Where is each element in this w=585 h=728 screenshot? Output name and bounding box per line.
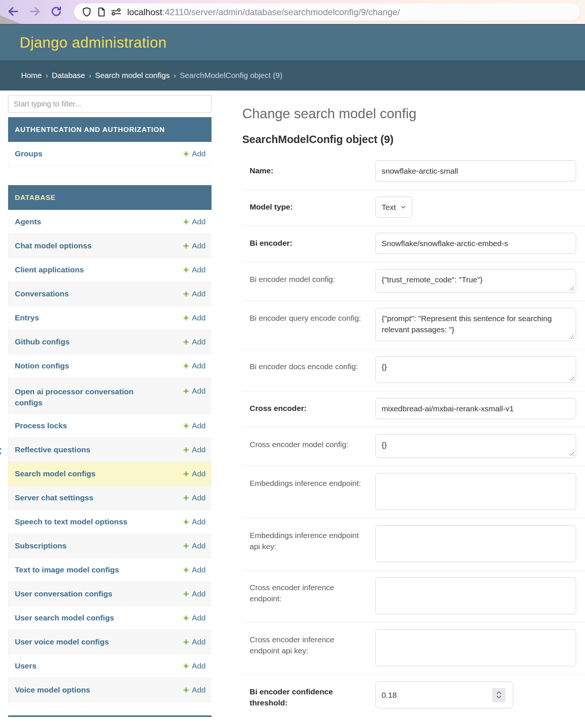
sidebar-model-link[interactable]: Server chat settingss xyxy=(15,492,93,503)
back-button[interactable] xyxy=(5,4,21,20)
page-icon[interactable] xyxy=(94,7,109,18)
plus-icon: + xyxy=(183,265,189,275)
form-row-bi-encoder: Bi encoder: Snowflake/snowflake-arctic-e… xyxy=(242,226,585,262)
add-label: Add xyxy=(192,217,206,226)
sidebar-model-link[interactable]: Process locks xyxy=(15,420,67,431)
add-label: Add xyxy=(192,565,206,574)
sidebar-add-link[interactable]: + Add xyxy=(183,361,206,371)
refresh-icon xyxy=(50,6,62,19)
sidebar-model-link[interactable]: Open ai processor conversation configs xyxy=(15,386,148,409)
shield-icon[interactable] xyxy=(79,7,94,18)
sidebar-model-link[interactable]: Client applications xyxy=(15,264,84,275)
sidebar-add-link[interactable]: + Add xyxy=(183,217,206,227)
number-stepper[interactable] xyxy=(492,688,505,702)
sidebar-add-link[interactable]: + Add xyxy=(183,565,206,575)
textarea-value: {} xyxy=(382,440,387,449)
sidebar-toggle-button[interactable]: ‹ xyxy=(0,443,2,457)
model-type-select[interactable]: Text xyxy=(375,197,412,218)
resize-handle-icon[interactable] xyxy=(568,285,574,290)
main-content: Change search model config SearchModelCo… xyxy=(242,91,585,717)
breadcrumb-link[interactable]: Search model configs xyxy=(95,71,170,80)
plus-icon: + xyxy=(183,421,189,431)
resize-handle-icon[interactable] xyxy=(568,450,574,456)
sidebar-add-link[interactable]: + Add xyxy=(183,149,206,159)
add-label: Add xyxy=(192,541,206,550)
sidebar-add-link[interactable]: + Add xyxy=(183,313,206,323)
sidebar-model-link[interactable]: Notion configs xyxy=(15,360,69,371)
breadcrumb-link[interactable]: Home xyxy=(21,71,42,80)
sidebar-model-link[interactable]: Groups xyxy=(15,148,43,159)
sidebar-add-link[interactable]: + Add xyxy=(183,589,206,599)
sidebar-add-link[interactable]: + Add xyxy=(183,661,206,671)
sidebar-add-link[interactable]: + Add xyxy=(183,613,206,623)
sidebar-model-link[interactable]: Chat model optionss xyxy=(15,240,92,251)
sidebar-add-link[interactable]: + Add xyxy=(183,445,206,455)
sidebar-model-link[interactable]: User conversation configs xyxy=(15,588,112,599)
text-input[interactable] xyxy=(375,577,576,614)
sidebar-model-link[interactable]: Voice model options xyxy=(15,684,90,695)
sidebar-model-link[interactable]: Reflective questions xyxy=(15,444,90,455)
sidebar-add-link[interactable]: + Add xyxy=(183,637,206,647)
number-input[interactable]: 0.18 xyxy=(375,681,513,708)
sidebar-add-link[interactable]: + Add xyxy=(183,386,206,396)
breadcrumb-link[interactable]: Database xyxy=(52,71,85,80)
resize-handle-icon[interactable] xyxy=(568,333,574,339)
sidebar-model-link[interactable]: Agents xyxy=(15,216,41,227)
sidebar-item-user-conversation-configs: User conversation configs + Add xyxy=(8,582,212,606)
sidebar-add-link[interactable]: + Add xyxy=(183,493,206,503)
text-input[interactable] xyxy=(375,525,576,562)
textarea-value: {} xyxy=(382,363,387,371)
field-label: Name: xyxy=(250,160,375,181)
text-input[interactable]: Snowflake/snowflake-arctic-embed-s xyxy=(375,233,576,254)
sidebar-model-link[interactable]: Entrys xyxy=(15,312,39,323)
sidebar-item-subscriptions: Subscriptions + Add xyxy=(8,534,212,558)
sidebar-model-link[interactable]: Users xyxy=(15,660,36,671)
text-input[interactable]: mixedbread-ai/mxbai-rerank-xsmall-v1 xyxy=(375,398,576,419)
add-label: Add xyxy=(192,493,206,502)
text-input[interactable]: snowflake-arctic-small xyxy=(375,160,576,181)
form-row-model-type: Model type: Text xyxy=(242,190,585,226)
add-label: Add xyxy=(192,361,206,370)
text-input[interactable] xyxy=(375,473,576,510)
form-row-name: Name: snowflake-arctic-small xyxy=(242,146,585,190)
sidebar-add-link[interactable]: + Add xyxy=(183,265,206,275)
form-row-cross-encoder-model-config: Cross encoder model config: {} xyxy=(242,427,585,466)
sidebar-add-link[interactable]: + Add xyxy=(183,421,206,431)
sidebar-model-link[interactable]: Subscriptions xyxy=(15,540,67,551)
config-textarea[interactable]: {"trust_remote_code": "True"} xyxy=(375,269,576,293)
sidebar-add-link[interactable]: + Add xyxy=(183,241,206,251)
text-input[interactable] xyxy=(375,629,576,666)
sidebar-add-link[interactable]: + Add xyxy=(183,337,206,347)
plus-icon: + xyxy=(183,337,189,347)
config-textarea[interactable]: {"prompt": "Represent this sentence for … xyxy=(375,308,576,341)
sidebar-model-link[interactable]: User voice model configs xyxy=(15,636,109,647)
sidebar-model-link[interactable]: Conversations xyxy=(15,288,69,299)
config-textarea[interactable]: {} xyxy=(375,434,576,458)
sidebar-add-link[interactable]: + Add xyxy=(183,469,206,479)
forward-button[interactable] xyxy=(27,4,43,20)
sidebar-bottom-bar xyxy=(8,715,212,717)
sidebar-add-link[interactable]: + Add xyxy=(183,517,206,527)
sidebar-add-link[interactable]: + Add xyxy=(183,289,206,299)
field-label: Bi encoder query encode config: xyxy=(250,308,375,341)
sidebar-model-link[interactable]: User search model configs xyxy=(15,612,114,623)
sidebar-model-link[interactable]: Search model configs xyxy=(15,468,95,479)
select-value: Text xyxy=(382,203,396,212)
field-box: Text xyxy=(375,197,412,218)
field-label: Cross encoder inference endpoint: xyxy=(250,577,375,614)
sidebar-model-link[interactable]: Speech to text model optionss xyxy=(15,516,128,527)
sidebar-item-server-chat-settingss: Server chat settingss + Add xyxy=(8,486,212,510)
sliders-icon[interactable] xyxy=(109,7,124,18)
plus-icon: + xyxy=(183,637,189,647)
sidebar-model-link[interactable]: Text to image model configs xyxy=(15,564,119,575)
resize-handle-icon[interactable] xyxy=(568,375,574,381)
sidebar-model-link[interactable]: Github configs xyxy=(15,336,70,347)
sidebar-section-title: AUTHENTICATION AND AUTHORIZATION xyxy=(8,117,212,142)
sidebar-filter-input[interactable] xyxy=(8,95,212,113)
config-textarea[interactable]: {} xyxy=(375,356,576,383)
refresh-button[interactable] xyxy=(48,4,64,20)
sidebar-add-link[interactable]: + Add xyxy=(183,685,206,695)
site-brand[interactable]: Django administration xyxy=(0,34,166,51)
url-bar[interactable]: localhost:42110/server/admin/database/se… xyxy=(74,3,580,21)
sidebar-add-link[interactable]: + Add xyxy=(183,541,206,551)
